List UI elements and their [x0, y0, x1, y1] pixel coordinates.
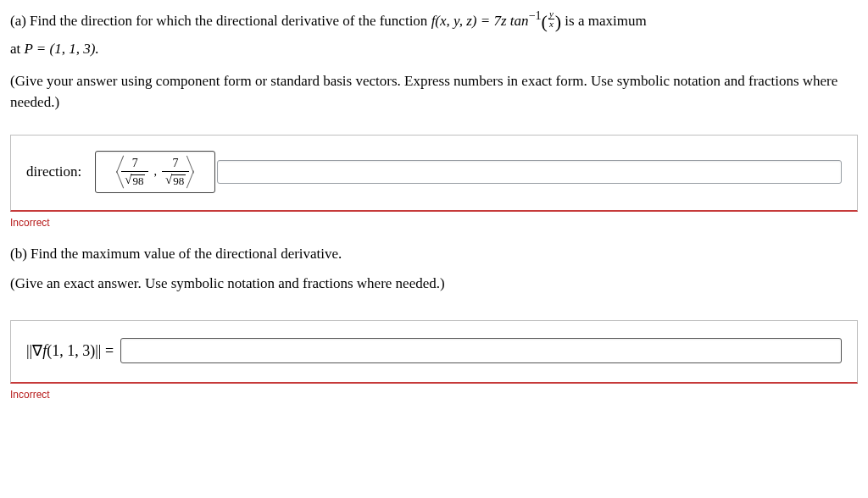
direction-entered-value: 7 √98 , 7 √98: [101, 152, 209, 191]
part-a-suffix-1: is a maximum: [565, 13, 646, 29]
func-expr: f(x, y, z) = 7z tan−1(yx): [431, 13, 565, 29]
gradient-norm-label: ||∇f(1, 1, 3)|| =: [26, 341, 114, 360]
angle-bracket-right-icon: [191, 155, 201, 189]
part-a-prefix: (a) Find the direction for which the dir…: [10, 13, 431, 29]
part-a-line-2: at P = (1, 1, 3).: [10, 39, 858, 60]
direction-input-extension[interactable]: [217, 160, 842, 184]
part-b-instructions: (Give an exact answer. Use symbolic nota…: [10, 274, 858, 295]
angle-bracket-left-icon: [109, 155, 120, 189]
part-a-feedback: Incorrect: [10, 217, 858, 229]
part-b-prompt: (b) Find the maximum value of the direct…: [10, 244, 858, 265]
direction-label: direction:: [26, 163, 81, 180]
direction-input[interactable]: 7 √98 , 7 √98: [95, 151, 215, 193]
part-a-instructions: (Give your answer using component form o…: [10, 71, 858, 113]
gradient-norm-input[interactable]: [120, 338, 842, 363]
part-b-answer-block: ||∇f(1, 1, 3)|| =: [10, 320, 858, 384]
part-a-line-1: (a) Find the direction for which the dir…: [10, 7, 858, 36]
part-a-answer-block: direction: 7 √98 , 7 √98: [10, 135, 858, 212]
part-b-feedback: Incorrect: [10, 389, 858, 401]
